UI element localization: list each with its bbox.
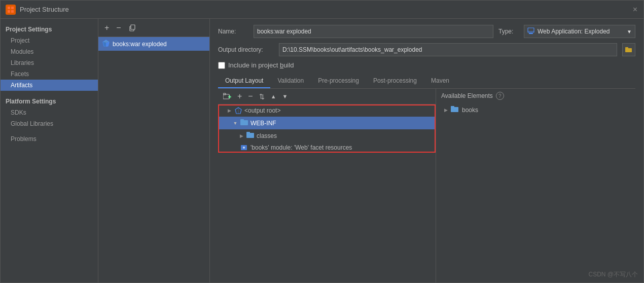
output-root-icon (234, 107, 242, 115)
right-panel: Name: Type: Web Application: Exploded ▼ (210, 19, 643, 282)
name-input[interactable] (254, 25, 493, 38)
expand-arrow-webinf-icon: ▼ (232, 121, 238, 126)
artifact-gem-icon (102, 40, 110, 48)
tab-output-layout[interactable]: Output Layout (218, 74, 270, 88)
sidebar-item-modules[interactable]: Modules (1, 46, 98, 57)
sidebar-item-project[interactable]: Project (1, 35, 98, 46)
artifact-list: books:war exploded (98, 37, 209, 282)
name-row: Name: Type: Web Application: Exploded ▼ (218, 25, 635, 38)
tree-item-books-resource[interactable]: 'books' module: 'Web' facet resources (218, 142, 436, 153)
available-item-books[interactable]: ▶ books (441, 104, 630, 116)
window-title: Project Structure (20, 6, 69, 13)
sidebar-item-sdks[interactable]: SDKs (1, 107, 98, 118)
dropdown-arrow-icon: ▼ (627, 29, 632, 34)
add-artifact-button[interactable]: + (102, 22, 111, 33)
sidebar-item-facets[interactable]: Facets (1, 68, 98, 80)
tree-content: ▶ <output root> (218, 104, 436, 282)
include-build-row: Include in project build (218, 61, 635, 69)
folder-classes-icon (246, 131, 255, 140)
svg-rect-2 (8, 10, 10, 13)
svg-rect-28 (451, 106, 454, 108)
sidebar-item-artifacts[interactable]: Artifacts (1, 80, 98, 91)
tree-item-webinf[interactable]: ▼ WEB-INF (218, 117, 436, 129)
tree-remove-button[interactable]: − (246, 91, 255, 102)
tree-item-classes[interactable]: ▶ classes (218, 129, 436, 142)
main-content: Project Settings Project Modules Librari… (1, 19, 643, 282)
expand-arrow-classes-icon: ▶ (238, 133, 244, 138)
artifact-toolbar: + − (98, 19, 209, 37)
resource-icon (240, 144, 247, 151)
folder-webinf-icon (240, 119, 248, 127)
tab-pre-processing[interactable]: Pre-processing (311, 74, 366, 88)
sidebar: Project Settings Project Modules Librari… (1, 19, 98, 282)
output-tree-toolbar: + − ⇅ ▲ ▼ (218, 89, 436, 104)
svg-rect-10 (528, 28, 534, 32)
type-dropdown[interactable]: Web Application: Exploded ▼ (524, 25, 635, 38)
sidebar-divider-2 (1, 129, 98, 133)
tree-down-button[interactable]: ▼ (280, 92, 290, 100)
tabs-bar: Output Layout Validation Pre-processing … (218, 74, 635, 89)
output-layout-content: + − ⇅ ▲ ▼ ▶ (218, 89, 635, 282)
classes-label: classes (257, 132, 277, 139)
svg-rect-3 (11, 10, 14, 13)
type-label: Type: (498, 28, 519, 35)
project-settings-title: Project Settings (1, 23, 98, 35)
platform-settings-title: Platform Settings (1, 95, 98, 107)
artifact-panel: + − (98, 19, 210, 282)
sidebar-divider (1, 91, 98, 95)
available-elements-panel: Available Elements ? ▶ books (436, 89, 635, 282)
artifact-list-item[interactable]: books:war exploded (98, 37, 209, 51)
tab-maven[interactable]: Maven (424, 74, 456, 88)
type-value: Web Application: Exploded (538, 28, 610, 35)
output-dir-input[interactable] (279, 43, 617, 56)
tree-add-button[interactable]: + (235, 91, 244, 102)
svg-point-26 (243, 147, 245, 149)
app-icon (6, 5, 16, 15)
svg-rect-22 (240, 119, 244, 121)
svg-rect-14 (625, 47, 628, 49)
remove-artifact-button[interactable]: − (114, 22, 123, 33)
available-elements-label: Available Elements (441, 92, 493, 99)
output-dir-label: Output directory: (218, 46, 274, 53)
module-folder-icon (451, 105, 459, 114)
webinf-label: WEB-INF (251, 120, 276, 127)
tree-up-button[interactable]: ▲ (269, 92, 278, 100)
svg-rect-0 (8, 7, 10, 9)
svg-rect-5 (131, 25, 135, 29)
watermark: CSDN @不写八个 (588, 270, 638, 279)
web-app-icon (527, 27, 534, 36)
output-tree-panel: + − ⇅ ▲ ▼ ▶ (218, 89, 436, 282)
expand-arrow-icon: ▶ (226, 108, 232, 113)
tree-sort-button[interactable]: ⇅ (257, 92, 267, 101)
svg-rect-1 (11, 7, 14, 9)
sidebar-item-problems[interactable]: Problems (1, 133, 98, 145)
add-folder-button[interactable] (221, 92, 233, 101)
svg-rect-11 (529, 33, 533, 34)
close-button[interactable]: × (633, 5, 637, 14)
name-label: Name: (218, 28, 248, 35)
include-build-checkbox[interactable] (218, 62, 225, 69)
project-structure-window: Project Structure × Project Settings Pro… (0, 0, 644, 283)
output-root-label: <output root> (244, 107, 280, 114)
tab-validation[interactable]: Validation (270, 74, 311, 88)
available-elements-header: Available Elements ? (441, 92, 630, 100)
expand-arrow-available-icon: ▶ (444, 108, 448, 113)
output-dir-row: Output directory: (218, 43, 635, 56)
sidebar-item-libraries[interactable]: Libraries (1, 57, 98, 68)
svg-rect-13 (625, 48, 632, 52)
books-resource-label: 'books' module: 'Web' facet resources (251, 144, 352, 151)
sidebar-item-global-libraries[interactable]: Global Libraries (1, 118, 98, 129)
available-books-label: books (462, 107, 478, 114)
browse-folder-button[interactable] (622, 43, 635, 56)
svg-rect-24 (246, 132, 250, 134)
help-icon: ? (496, 92, 504, 100)
artifact-name: books:war exploded (113, 41, 167, 48)
tab-post-processing[interactable]: Post-processing (366, 74, 424, 88)
title-bar: Project Structure × (1, 1, 643, 19)
include-build-label: Include in project build (228, 61, 294, 69)
tree-item-output-root[interactable]: ▶ <output root> (218, 104, 436, 117)
copy-artifact-button[interactable] (126, 23, 138, 33)
